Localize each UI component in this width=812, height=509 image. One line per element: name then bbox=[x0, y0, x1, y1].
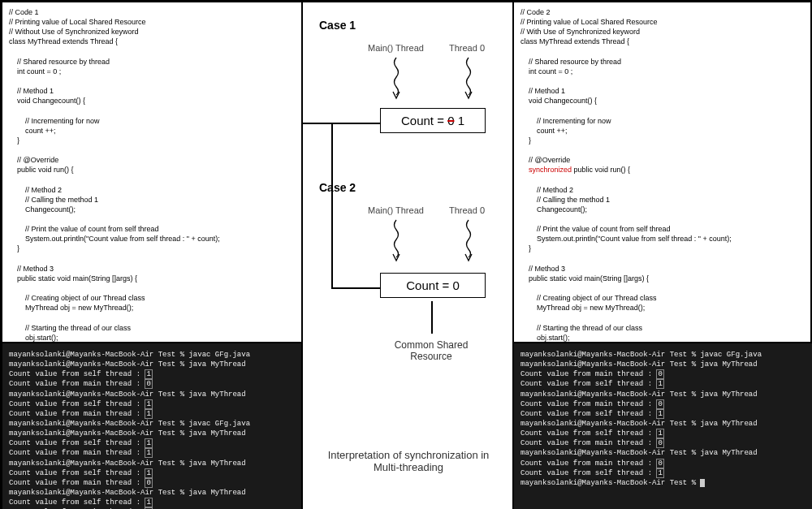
count1-prefix: Count = bbox=[401, 114, 447, 127]
terminal-line: mayanksolanki@Mayanks-MacBook-Air Test %… bbox=[520, 448, 806, 458]
terminal-line: mayanksolanki@Mayanks-MacBook-Air Test %… bbox=[9, 350, 295, 360]
terminal-line: mayanksolanki@Mayanks-MacBook-Air Test %… bbox=[9, 459, 295, 468]
terminal-line: Count value from main thread : 0 bbox=[520, 438, 806, 448]
terminal-line: mayanksolanki@Mayanks-MacBook-Air Test %… bbox=[520, 390, 806, 399]
terminal-line: Count value from self thread : 1 bbox=[520, 379, 806, 389]
wavy-arrow-icon bbox=[391, 56, 402, 101]
connector-line bbox=[431, 301, 433, 334]
main-thread-label-1: Main() Thread bbox=[368, 43, 424, 53]
terminal-line: Count value from main thread : 0 bbox=[520, 459, 806, 468]
terminal-line: Count value from main thread : 0 bbox=[9, 478, 295, 488]
terminal-line: Count value from self thread : 1 bbox=[520, 409, 806, 419]
thread0-label-2: Thread 0 bbox=[449, 205, 485, 215]
common-shared-resource-label: Common Shared Resource bbox=[374, 339, 488, 362]
terminal-line: Count value from self thread : 1 bbox=[520, 429, 806, 438]
terminal-line: Count value from main thread : 1 bbox=[9, 448, 295, 458]
terminal-line: Count value from self thread : 1 bbox=[9, 498, 295, 507]
terminal-line: Count value from main thread : 1 bbox=[9, 409, 295, 419]
caption-text: Interpretation of synchronization in Mul… bbox=[319, 449, 498, 473]
code1-text: // Code 1 // Printing value of Local Sha… bbox=[9, 7, 295, 343]
connector-line bbox=[331, 287, 380, 289]
terminal-line: Count value from main thread : 0 bbox=[520, 399, 806, 409]
terminal-line: Count value from self thread : 1 bbox=[520, 468, 806, 478]
terminal-line: mayanksolanki@Mayanks-MacBook-Air Test %… bbox=[9, 390, 295, 399]
code2-text: // Code 2 // Printing value of Local Sha… bbox=[520, 7, 806, 343]
main-thread-label-2: Main() Thread bbox=[368, 205, 424, 215]
center-diagram: Case 1 Main() Thread Thread 0 Count = 0 … bbox=[302, 2, 513, 509]
count1-struck: 0 bbox=[447, 114, 454, 127]
wavy-arrow-icon bbox=[463, 56, 474, 101]
case2-label: Case 2 bbox=[319, 181, 356, 194]
count2-text: Count = 0 bbox=[406, 278, 459, 292]
terminal-line: mayanksolanki@Mayanks-MacBook-Air Test %… bbox=[520, 350, 806, 360]
code2-panel: // Code 2 // Printing value of Local Sha… bbox=[513, 2, 812, 343]
terminal-line: Count value from self thread : 1 bbox=[9, 438, 295, 448]
connector-line bbox=[303, 123, 380, 124]
case1-label: Case 1 bbox=[319, 19, 356, 32]
terminal-line: mayanksolanki@Mayanks-MacBook-Air Test %… bbox=[9, 360, 295, 369]
count-box-1: Count = 0 1 bbox=[380, 108, 486, 133]
terminal-line: mayanksolanki@Mayanks-MacBook-Air Test %… bbox=[9, 419, 295, 429]
code1-panel: // Code 1 // Printing value of Local Sha… bbox=[2, 2, 302, 343]
count1-new: 1 bbox=[458, 114, 464, 127]
count-box-2: Count = 0 bbox=[380, 273, 486, 298]
terminal-line: Count value from self thread : 1 bbox=[9, 468, 295, 478]
terminal2-panel: mayanksolanki@Mayanks-MacBook-Air Test %… bbox=[513, 343, 812, 509]
terminal-line: mayanksolanki@Mayanks-MacBook-Air Test %… bbox=[9, 488, 295, 498]
wavy-arrow-icon bbox=[463, 218, 474, 263]
terminal-line: Count value from self thread : 1 bbox=[9, 399, 295, 409]
terminal-line: Count value from self thread : 1 bbox=[9, 369, 295, 379]
connector-line bbox=[331, 123, 333, 288]
terminal-line: mayanksolanki@Mayanks-MacBook-Air Test %… bbox=[520, 419, 806, 429]
thread0-label-1: Thread 0 bbox=[449, 43, 485, 53]
wavy-arrow-icon bbox=[391, 218, 402, 263]
terminal-line: Count value from main thread : 0 bbox=[520, 369, 806, 379]
terminal-line: mayanksolanki@Mayanks-MacBook-Air Test %… bbox=[9, 429, 295, 438]
terminal-line: Count value from main thread : 0 bbox=[9, 379, 295, 389]
terminal1-panel: mayanksolanki@Mayanks-MacBook-Air Test %… bbox=[2, 343, 302, 509]
terminal-line: mayanksolanki@Mayanks-MacBook-Air Test % bbox=[520, 478, 806, 488]
terminal-line: mayanksolanki@Mayanks-MacBook-Air Test %… bbox=[520, 360, 806, 369]
